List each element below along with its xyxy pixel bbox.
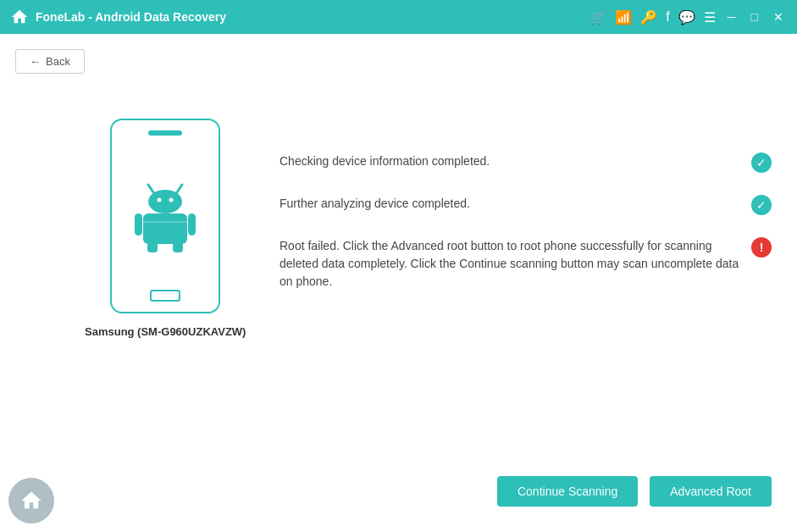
advanced-root-button[interactable]: Advanced Root — [650, 476, 772, 507]
chat-icon[interactable]: 💬 — [678, 9, 695, 25]
phone-speaker — [148, 130, 182, 136]
maximize-button[interactable]: □ — [748, 10, 761, 24]
svg-rect-7 — [188, 213, 196, 236]
status-text-2: Further analyzing device completed. — [280, 195, 741, 213]
home-button[interactable] — [8, 478, 54, 524]
back-label: Back — [46, 55, 70, 68]
status-row-2: Further analyzing device completed. ✓ — [280, 195, 772, 215]
svg-rect-8 — [147, 242, 158, 252]
titlebar-left: FoneLab - Android Data Recovery — [10, 8, 226, 26]
cart-icon[interactable]: 🛒 — [589, 9, 606, 25]
status-text-3: Root failed. Click the Advanced root but… — [280, 237, 741, 291]
home-circle-icon — [19, 489, 43, 513]
app-title: FoneLab - Android Data Recovery — [36, 10, 226, 24]
phone-illustration — [110, 119, 220, 313]
svg-point-3 — [158, 198, 162, 202]
device-section: Samsung (SM-G960UZKAVZW) — [85, 119, 246, 338]
wifi-icon[interactable]: 📶 — [615, 9, 632, 25]
success-icon-1: ✓ — [751, 152, 772, 173]
back-button[interactable]: ← Back — [15, 49, 85, 74]
status-text-1: Checking device information completed. — [280, 152, 741, 170]
action-buttons: Continue Scanning Advanced Root — [497, 476, 772, 507]
titlebar: FoneLab - Android Data Recovery 🛒 📶 🔑 f … — [0, 0, 797, 34]
phone-home-button — [150, 290, 180, 302]
key-icon[interactable]: 🔑 — [640, 9, 657, 25]
close-button[interactable]: ✕ — [770, 10, 787, 24]
minimize-button[interactable]: ─ — [724, 10, 739, 24]
svg-rect-6 — [135, 213, 142, 236]
titlebar-home-icon — [10, 8, 29, 26]
svg-rect-9 — [173, 242, 183, 252]
success-icon-2: ✓ — [751, 195, 772, 215]
status-row-1: Checking device information completed. ✓ — [280, 152, 772, 173]
menu-icon[interactable]: ☰ — [704, 9, 716, 25]
device-name: Samsung (SM-G960UZKAVZW) — [85, 325, 246, 338]
titlebar-controls: 🛒 📶 🔑 f 💬 ☰ ─ □ ✕ — [589, 9, 787, 25]
back-arrow-icon: ← — [30, 55, 41, 68]
error-icon: ! — [751, 237, 772, 258]
info-section: Checking device information completed. ✓… — [280, 152, 772, 313]
continue-scanning-button[interactable]: Continue Scanning — [497, 476, 638, 507]
status-row-3: Root failed. Click the Advanced root but… — [280, 237, 772, 291]
svg-point-4 — [169, 198, 174, 202]
android-robot-icon — [131, 178, 199, 254]
svg-rect-5 — [143, 213, 187, 244]
facebook-icon[interactable]: f — [666, 9, 669, 25]
main-content: ← Back — [0, 34, 797, 532]
svg-point-2 — [148, 190, 182, 213]
